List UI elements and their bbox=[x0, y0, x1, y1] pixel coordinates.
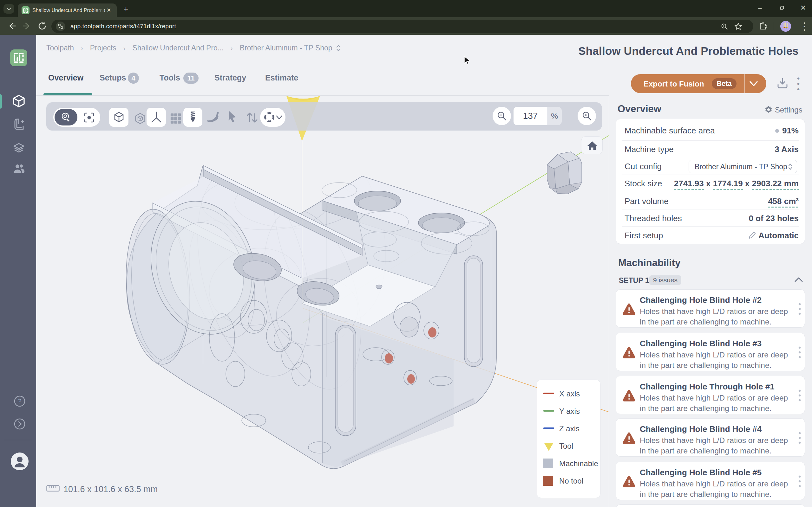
svg-text:?: ? bbox=[18, 398, 21, 405]
